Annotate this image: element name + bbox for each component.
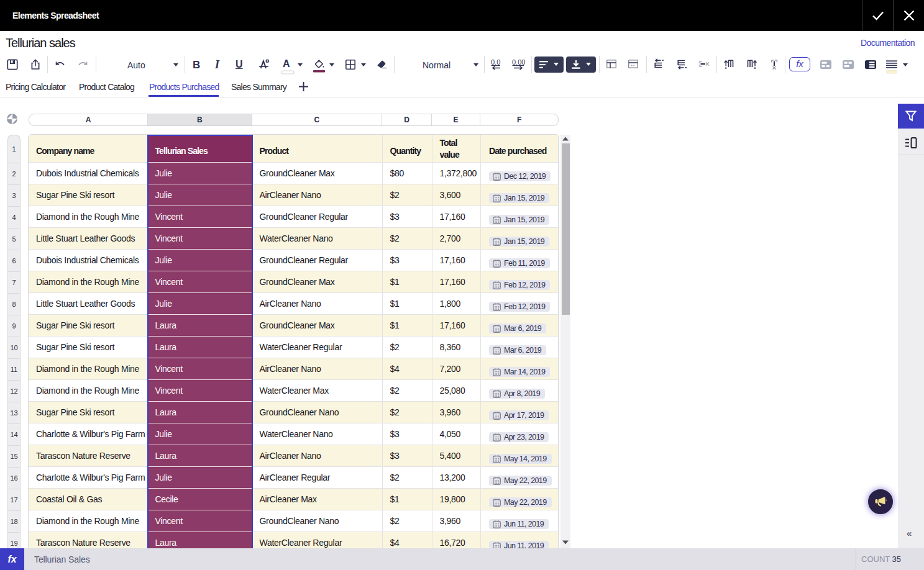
svg-text:0.0: 0.0 <box>491 58 500 66</box>
svg-text:0.00: 0.00 <box>512 58 525 66</box>
